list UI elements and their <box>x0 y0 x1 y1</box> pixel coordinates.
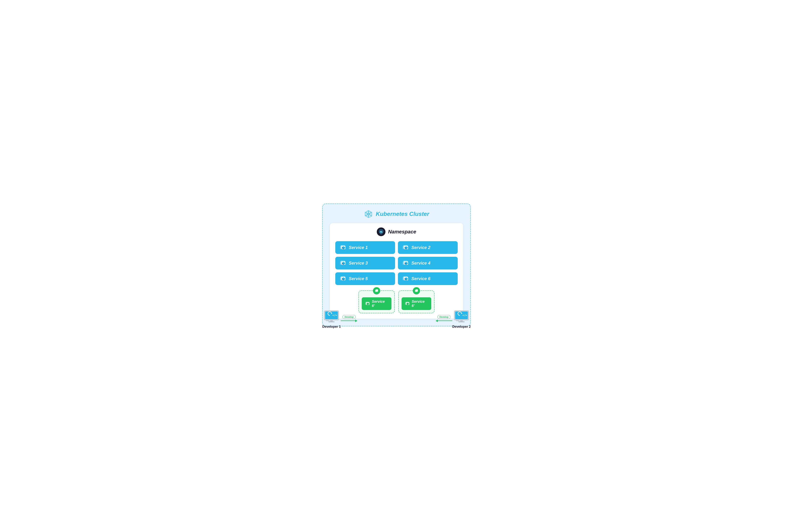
service-5-label: Service 5 <box>349 276 368 281</box>
kubernetes-icon <box>364 209 373 219</box>
local-service-1-icon <box>365 301 370 306</box>
service-6-button: Service 6 <box>398 272 458 285</box>
svg-point-80 <box>456 321 457 321</box>
svg-rect-58 <box>416 289 418 291</box>
namespace-title: Namespace <box>388 229 416 235</box>
svg-point-3 <box>368 213 369 214</box>
svg-point-82 <box>458 321 459 321</box>
namespace-box: Namespace Service 1 <box>330 223 463 319</box>
developer-2-label: Developer 2 <box>452 325 471 329</box>
local-service-1-circle-icon <box>374 289 379 293</box>
k8s-cluster-box: Kubernetes Cluster Namespace <box>322 204 471 326</box>
service-6-label: Service 6 <box>411 276 430 281</box>
svg-point-71 <box>326 321 327 321</box>
left-arrow <box>341 320 357 322</box>
develop-label-1: Develop <box>343 315 356 319</box>
local-service-2-button: Service 6' <box>402 297 431 310</box>
services-grid: Service 1 Service 2 <box>335 241 458 285</box>
develop-label-2: Develop <box>438 315 450 319</box>
k8s-cluster-title: Kubernetes Cluster <box>376 211 429 217</box>
service-5-button: Service 5 <box>335 272 395 285</box>
namespace-header: Namespace <box>335 227 458 236</box>
left-arrow-group: Develop <box>341 315 357 322</box>
service-1-label: Service 1 <box>349 245 368 250</box>
svg-text:</>: </> <box>332 314 337 317</box>
service-3-button: Service 3 <box>335 257 395 269</box>
service-3-label: Service 3 <box>349 261 368 266</box>
local-service-2-circle-icon <box>414 289 419 293</box>
service-2-icon <box>402 244 409 251</box>
svg-rect-78 <box>460 320 463 322</box>
local-service-2-icon <box>404 301 410 306</box>
developer-1-screen-icon: </> <box>324 310 340 323</box>
service-1-button: Service 1 <box>335 241 395 254</box>
svg-rect-79 <box>458 321 465 322</box>
service-4-label: Service 4 <box>411 261 430 266</box>
service-5-icon <box>339 275 346 282</box>
k8s-header: Kubernetes Cluster <box>330 209 463 219</box>
developer-2-box: </> Developer 2 <box>452 310 471 329</box>
service-6-icon <box>402 275 409 282</box>
svg-point-73 <box>328 321 329 321</box>
service-3-icon <box>339 260 346 267</box>
right-arrow-group: Develop <box>436 315 452 322</box>
svg-point-81 <box>457 321 458 321</box>
local-service-2-circle <box>413 287 420 294</box>
local-services-row: Service 6' <box>335 289 458 313</box>
developer-1-box: </> Developer 1 <box>322 310 341 329</box>
svg-point-72 <box>327 321 328 321</box>
developer-1-label: Developer 1 <box>322 325 341 329</box>
local-service-1-button: Service 6' <box>362 297 391 310</box>
service-4-icon <box>402 260 409 267</box>
svg-rect-69 <box>330 320 333 322</box>
svg-text:</>: </> <box>462 314 467 317</box>
local-service-2-label: Service 6' <box>412 300 428 308</box>
diagram-container: Kubernetes Cluster Namespace <box>315 204 478 329</box>
service-4-button: Service 4 <box>398 257 458 269</box>
right-arrow <box>436 320 452 322</box>
service-2-label: Service 2 <box>411 245 430 250</box>
service-2-button: Service 2 <box>398 241 458 254</box>
namespace-icon <box>377 227 385 236</box>
svg-rect-70 <box>328 321 335 322</box>
local-service-1-label: Service 6' <box>372 300 389 308</box>
local-service-1-circle <box>373 287 380 294</box>
developers-row: </> Developer 1 Develop Develop <box>322 310 471 329</box>
svg-rect-50 <box>376 289 378 291</box>
developer-2-screen-icon: </> <box>453 310 469 323</box>
service-1-icon <box>339 244 346 251</box>
